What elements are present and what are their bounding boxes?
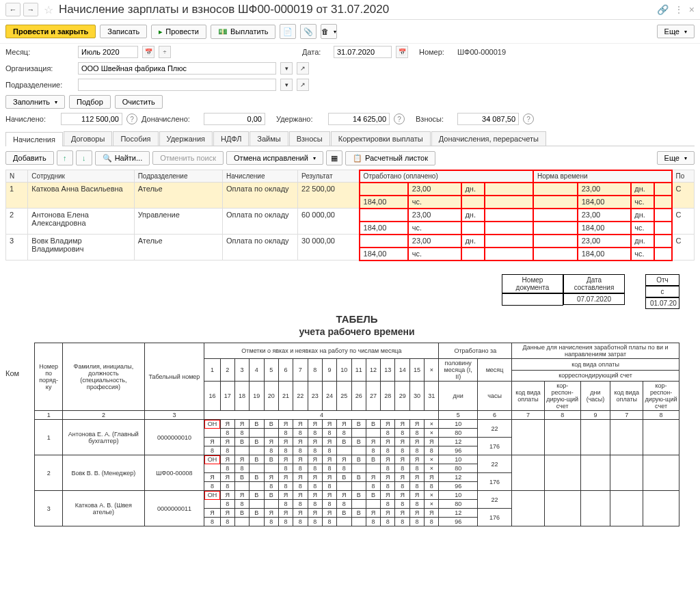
report-button[interactable]: 📄 <box>280 24 296 39</box>
find-button[interactable]: 🔍Найти... <box>95 151 150 165</box>
more-button[interactable]: Еще <box>657 25 695 38</box>
withheld-label: Удержано: <box>276 115 324 123</box>
tab-8[interactable]: Доначисления, перерасчеты <box>431 131 546 146</box>
cancel-search-button: Отменить поиск <box>152 151 224 165</box>
tab-5[interactable]: Займы <box>250 131 288 146</box>
comment-label: Ком <box>5 369 19 377</box>
help-icon[interactable]: ? <box>523 113 534 124</box>
down-button[interactable]: ↓ <box>76 150 92 165</box>
more-button[interactable]: Еще <box>657 151 695 165</box>
add-button[interactable]: Добавить <box>5 151 54 165</box>
withheld-value <box>328 113 390 125</box>
timesheet-table: Номер по поряд-ку Фамилия, инициалы, дол… <box>34 343 679 526</box>
dd-icon[interactable]: ▾ <box>280 62 293 75</box>
dd-icon[interactable]: ▾ <box>280 79 293 91</box>
docdate-value: 07.07.2020 <box>563 293 625 305</box>
accrued-value <box>61 113 122 125</box>
tab-1[interactable]: Договоры <box>64 131 112 146</box>
tab-2[interactable]: Пособия <box>113 131 158 146</box>
favorite-star-icon[interactable]: ☆ <box>44 3 53 16</box>
accruals-table[interactable]: N Сотрудник Подразделение Начисление Рез… <box>5 170 695 261</box>
docnum-label: Номер документа <box>502 274 563 293</box>
addaccr-value <box>204 113 265 125</box>
date-input[interactable] <box>334 46 392 58</box>
month-label: Месяц: <box>5 48 74 56</box>
org-input[interactable] <box>78 62 276 75</box>
help-icon[interactable]: ? <box>394 113 405 124</box>
dept-label: Подразделение: <box>5 81 74 89</box>
close-icon[interactable]: × <box>689 4 695 15</box>
tab-6[interactable]: Взносы <box>289 131 330 146</box>
conduct-button[interactable]: ▸Провести <box>151 25 206 39</box>
tab-3[interactable]: Удержания <box>159 131 213 146</box>
cancel-corr-button[interactable]: Отмена исправлений <box>226 151 323 165</box>
page-title: Начисление зарплаты и взносов ШФ00-00001… <box>59 3 654 16</box>
tab-0[interactable]: Начисления <box>5 132 63 146</box>
docdate-label: Дата составления <box>563 274 625 293</box>
attach-button[interactable]: 📎 <box>300 24 317 39</box>
spin-icon[interactable]: ÷ <box>159 46 171 58</box>
month-input[interactable] <box>78 46 138 58</box>
help-icon[interactable]: ? <box>126 113 137 124</box>
tab-4[interactable]: НДФЛ <box>213 131 249 146</box>
period-label: Отч <box>645 274 679 286</box>
sheet-title: ТАБЕЛЬ <box>34 313 679 325</box>
link-icon[interactable]: 🔗 <box>657 4 669 15</box>
nav-back[interactable]: ← <box>5 3 21 16</box>
cal-icon[interactable]: 📅 <box>396 46 408 58</box>
contrib-value <box>457 113 519 125</box>
grid-settings-button[interactable]: ▦ <box>326 150 342 165</box>
contrib-label: Взносы: <box>416 115 453 123</box>
up-button[interactable]: ↑ <box>57 150 73 165</box>
number-label: Номер: <box>419 48 453 56</box>
more-icon[interactable]: ⋮ <box>674 4 684 15</box>
addaccr-label: Доначислено: <box>142 115 200 123</box>
clear-button[interactable]: Очистить <box>115 95 163 109</box>
accrued-label: Начислено: <box>5 115 57 123</box>
conduct-close-button[interactable]: Провести и закрыть <box>5 25 96 38</box>
fill-button[interactable]: Заполнить <box>5 95 65 109</box>
number-value: ШФ00-000019 <box>457 48 506 56</box>
date-label: Дата: <box>302 48 329 56</box>
nav-forward[interactable]: → <box>23 3 38 16</box>
tabs: НачисленияДоговорыПособияУдержанияНДФЛЗа… <box>5 131 695 146</box>
payslip-button[interactable]: 📋Расчетный листок <box>345 151 435 165</box>
write-button[interactable]: Записать <box>100 25 147 38</box>
sheet-subtitle: учета рабочего времени <box>34 326 679 337</box>
cal-icon[interactable]: 📅 <box>142 46 154 58</box>
pay-button[interactable]: 💵Выплатить <box>211 25 275 39</box>
open-icon[interactable]: ↗ <box>297 79 309 91</box>
open-icon[interactable]: ↗ <box>297 62 309 75</box>
tab-7[interactable]: Корректировки выплаты <box>331 131 431 146</box>
select-button[interactable]: Подбор <box>69 95 111 109</box>
dept-input[interactable] <box>78 79 276 91</box>
recycle-button[interactable]: 🗑 <box>321 24 337 39</box>
org-label: Организация: <box>5 64 74 72</box>
